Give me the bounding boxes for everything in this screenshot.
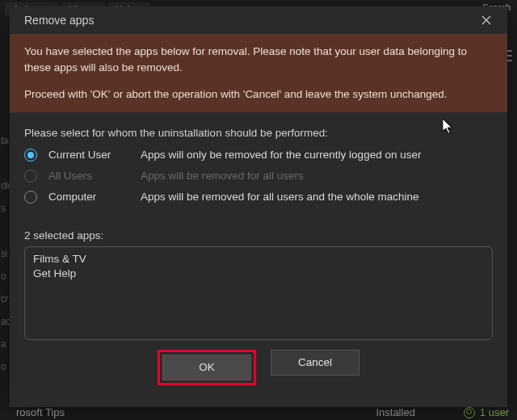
ok-highlight: OK — [158, 350, 256, 385]
remove-apps-dialog: Remove apps You have selected the apps b… — [10, 6, 507, 407]
radio-row-all-users: All Users Apps will be removed for all u… — [24, 170, 493, 183]
radio-current-user[interactable] — [24, 149, 37, 162]
bg-status: Installed — [376, 406, 414, 418]
bg-user-count: 1 user — [464, 406, 509, 418]
radio-row-computer[interactable]: Computer Apps will be removed for all us… — [24, 191, 493, 204]
close-button[interactable] — [475, 11, 498, 29]
warning-panel: You have selected the apps below for rem… — [10, 34, 507, 112]
radio-label-computer: Computer — [48, 191, 129, 203]
dialog-buttons: OK Cancel — [24, 340, 493, 390]
radio-row-current-user[interactable]: Current User Apps will only be removed f… — [24, 149, 493, 162]
bg-app-name: rosoft Tips — [16, 406, 65, 418]
scope-prompt: Please select for whom the uninstallatio… — [24, 127, 493, 139]
radio-all-users — [24, 170, 37, 183]
selected-apps-count: 2 selected apps: — [24, 229, 493, 242]
radio-computer[interactable] — [24, 191, 37, 204]
radio-label-current-user: Current User — [48, 149, 129, 161]
cancel-button[interactable]: Cancel — [271, 350, 359, 376]
dialog-body: Please select for whom the uninstallatio… — [10, 112, 507, 407]
selected-apps-list[interactable]: Films & TV Get Help — [24, 246, 493, 340]
ok-button[interactable]: OK — [162, 355, 251, 380]
radio-label-all-users: All Users — [48, 170, 129, 182]
close-icon — [481, 15, 491, 25]
radio-desc-current-user: Apps will only be removed for the curren… — [141, 149, 421, 161]
warning-text-2: Proceed with 'OK' or abort the operation… — [24, 86, 493, 103]
list-item[interactable]: Get Help — [33, 267, 484, 281]
bg-bottom-row: rosoft Tips Installed 1 user — [16, 406, 509, 418]
warning-text-1: You have selected the apps below for rem… — [24, 44, 493, 75]
dialog-title: Remove apps — [24, 14, 94, 27]
dialog-header: Remove apps — [10, 6, 507, 34]
radio-desc-computer: Apps will be removed for all users and t… — [141, 191, 418, 203]
user-icon — [464, 407, 475, 418]
list-item[interactable]: Films & TV — [33, 252, 484, 267]
radio-desc-all-users: Apps will be removed for all users — [141, 170, 304, 182]
